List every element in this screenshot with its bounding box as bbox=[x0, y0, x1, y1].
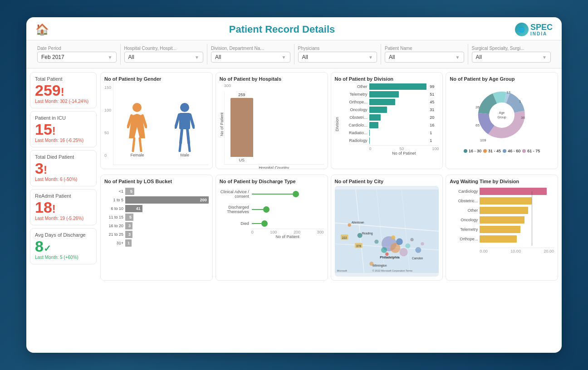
svg-point-13 bbox=[489, 102, 514, 128]
svg-line-8 bbox=[190, 115, 194, 127]
svg-line-3 bbox=[133, 138, 134, 151]
svg-line-9 bbox=[181, 129, 182, 143]
discharge-row-clinical: Clinical Advice / consent bbox=[220, 190, 324, 199]
filter-patient-select[interactable]: All ▼ bbox=[385, 52, 464, 63]
chevron-down-icon: ▼ bbox=[282, 55, 286, 60]
kpi-icu-value: 15! bbox=[35, 122, 92, 137]
legend-dot-61-75 bbox=[522, 149, 526, 153]
bar-oncology bbox=[369, 107, 387, 113]
wait-bar-oncology bbox=[480, 216, 524, 224]
discharge-x-label: No of Patient bbox=[251, 234, 324, 239]
filter-hospital-country[interactable]: Hospital Country, Hospit... All ▼ bbox=[121, 44, 208, 64]
filter-date-period[interactable]: Date Period Feb 2017 ▼ bbox=[34, 44, 121, 64]
kpi-icu-title: Patient in ICU bbox=[35, 115, 92, 121]
chart-division-title: No of Patient by Division bbox=[335, 76, 439, 82]
chart-discharge-title: No of Patient by Discharge Type bbox=[220, 179, 324, 184]
kpi-died-sub: Last Month: 6 (-50%) bbox=[35, 177, 92, 182]
hospitals-chart-body: No of Patient 300 259 US bbox=[220, 83, 324, 165]
kpi-total-value: 259! bbox=[35, 83, 92, 98]
svg-text:378: 378 bbox=[356, 244, 361, 248]
filter-hospital-select[interactable]: All ▼ bbox=[124, 52, 204, 63]
chart-city-title: No of Patient by City bbox=[335, 179, 439, 184]
wait-chart-body: Cardiology Obstetric... Ot bbox=[450, 186, 554, 255]
bar-telemetry bbox=[369, 91, 399, 97]
kpi-died: Total Died Patient 3! Last Month: 6 (-50… bbox=[30, 150, 97, 186]
kpi-died-title: Total Died Patient bbox=[35, 154, 92, 160]
chart-city-map: No of Patient by City bbox=[331, 175, 443, 281]
filter-patient-value: All bbox=[389, 54, 395, 60]
discharge-dot-clinical bbox=[293, 191, 299, 197]
bar-orthope bbox=[369, 99, 395, 105]
filter-surgical-label: Surgical Specialty, Surgi... bbox=[472, 46, 551, 51]
svg-rect-22 bbox=[335, 190, 439, 273]
filter-surgical-select[interactable]: All ▼ bbox=[472, 52, 551, 63]
filter-date-select[interactable]: Feb 2017 ▼ bbox=[37, 52, 117, 63]
filter-division-select[interactable]: All ▼ bbox=[211, 52, 290, 63]
filter-division[interactable]: Division, Department Na... All ▼ bbox=[207, 44, 294, 64]
division-x-ticks: 050100 bbox=[369, 145, 439, 151]
kpi-avg-title: Avg Days of Discharge bbox=[35, 232, 92, 238]
bar-us-fill bbox=[230, 98, 253, 157]
discharge-line-clinical bbox=[252, 194, 293, 195]
filter-physicians[interactable]: Physicians All ▼ bbox=[294, 44, 382, 64]
discharge-row-themselves: Discharged Themselves bbox=[220, 205, 324, 214]
los-row-21to25: 21 to 25 3 bbox=[104, 231, 209, 238]
svg-line-4 bbox=[140, 138, 141, 151]
kpi-icu-sub: Last Month: 16 (-6.25%) bbox=[35, 138, 92, 143]
division-row-obstetri: Obstetri... 20 bbox=[340, 114, 439, 121]
svg-line-11 bbox=[180, 143, 181, 151]
hospitals-bars: 259 US bbox=[224, 92, 324, 165]
header: 🏠 Patient Record Details 🌐 SPEC INDIA bbox=[26, 17, 562, 40]
bar-radiology bbox=[369, 137, 370, 144]
division-row-telemetry: Telemetry 51 bbox=[340, 91, 439, 97]
filter-date-label: Date Period bbox=[37, 46, 117, 51]
svg-point-0 bbox=[132, 103, 142, 112]
svg-line-10 bbox=[187, 129, 189, 143]
filter-patient-name[interactable]: Patient Name All ▼ bbox=[381, 44, 468, 64]
chart-age-group: No of Patient by Age Group bbox=[446, 72, 558, 169]
svg-point-47 bbox=[369, 262, 373, 266]
svg-text:1: 1 bbox=[519, 99, 521, 103]
gender-y-axis: 150100500 bbox=[104, 83, 113, 165]
chart-hospitals: No of Patient by Hospitals No of Patient… bbox=[216, 72, 328, 169]
chart-hospitals-title: No of Patient by Hospitals bbox=[220, 76, 324, 82]
filter-date-value: Feb 2017 bbox=[41, 54, 64, 60]
wait-bar-orthope bbox=[480, 235, 517, 243]
page-title: Patient Record Details bbox=[49, 24, 515, 35]
bottom-charts-row: No of Patient by LOS Bucket <1 5 1 to 5 … bbox=[100, 175, 558, 281]
legend-16-30: 16 - 30 bbox=[464, 149, 481, 153]
female-figure: Female bbox=[127, 102, 147, 157]
svg-point-5 bbox=[180, 103, 189, 112]
filter-surgical[interactable]: Surgical Specialty, Surgi... All ▼ bbox=[468, 44, 555, 64]
home-icon[interactable]: 🏠 bbox=[35, 23, 49, 36]
wait-row-orthope: Orthope... bbox=[450, 235, 554, 243]
svg-point-35 bbox=[381, 247, 387, 253]
bar-us-label: US bbox=[239, 158, 245, 162]
filter-patient-label: Patient Name bbox=[385, 46, 464, 51]
bar-obstetri bbox=[369, 114, 381, 121]
bar-cardiolo bbox=[369, 122, 378, 128]
age-chart-body: Age Group 13 1 36 109 65 26 bbox=[450, 83, 554, 165]
los-row-16to20: 16 to 20 3 bbox=[104, 222, 209, 229]
logo-text: SPEC INDIA bbox=[530, 23, 553, 36]
svg-text:36: 36 bbox=[521, 116, 525, 120]
svg-point-44 bbox=[421, 242, 424, 245]
bar-us-val: 259 bbox=[238, 92, 245, 97]
svg-rect-6 bbox=[179, 113, 190, 129]
kpi-avg-discharge: Avg Days of Discharge 8✓ Last Month: 5 (… bbox=[30, 228, 97, 264]
map-svg: Allentown Reading bbox=[335, 186, 439, 277]
filter-physicians-label: Physicians bbox=[298, 46, 377, 51]
chevron-down-icon: ▼ bbox=[456, 55, 460, 60]
svg-point-38 bbox=[405, 243, 410, 248]
chart-age-title: No of Patient by Age Group bbox=[450, 76, 554, 82]
division-row-oncology: Oncology 31 bbox=[340, 107, 439, 113]
kpi-readmit: ReAdmit Patient 18! Last Month: 19 (-5.2… bbox=[30, 189, 97, 225]
division-row-radiology: Radiology 1 bbox=[340, 137, 439, 144]
legend-dot-46-60 bbox=[503, 149, 506, 153]
svg-text:26: 26 bbox=[475, 105, 480, 109]
svg-text:Group: Group bbox=[497, 116, 506, 119]
kpi-total-sub: Last Month: 302 (-14.24%) bbox=[35, 99, 92, 104]
svg-text:Wilmington: Wilmington bbox=[372, 264, 387, 268]
filter-physicians-select[interactable]: All ▼ bbox=[298, 52, 377, 63]
discharge-row-died: Died bbox=[220, 220, 324, 227]
